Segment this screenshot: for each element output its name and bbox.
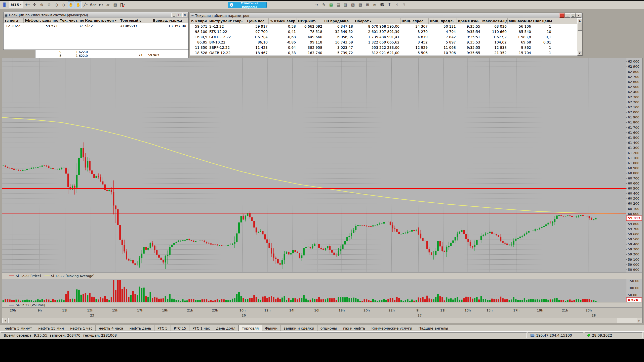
hand-tool-icon[interactable]: ✋ (68, 2, 74, 8)
price-chart[interactable]: 58 90059 00059 10059 20059 30059 40059 5… (2, 58, 642, 273)
tab-ртс-5[interactable]: РТС 5 (154, 325, 171, 331)
pencil-icon[interactable]: ✎ (320, 2, 327, 8)
quotes-table-icon[interactable]: ▤ (335, 2, 342, 8)
table-row[interactable]: 1 630,5GOLD-12.221 619,4-0,68449 6606 05… (190, 34, 582, 40)
download-button[interactable]: ↓ (559, 13, 565, 18)
scrollbar-thumb[interactable] (8, 318, 617, 323)
table-row[interactable]: 18 528GAZR-12.2218 467-0,33163 7405 739,… (190, 50, 582, 56)
column-header[interactable]: ГО продавца (323, 18, 354, 24)
minimize-button[interactable]: ▁ (565, 13, 570, 18)
column-header[interactable]: Общ. спрос (400, 18, 429, 24)
svg-text:61 700: 61 700 (628, 126, 639, 129)
tab-опционы[interactable]: опционы (317, 325, 340, 331)
column-header[interactable]: Шаг цены (532, 18, 552, 24)
column-header[interactable]: Оборот ▴ (354, 18, 400, 24)
column-header[interactable]: Откр.инт. (297, 18, 323, 24)
tab-ртс-15[interactable]: РТС 15 (171, 325, 189, 331)
pattern-tool-icon[interactable]: ▨ (112, 2, 118, 8)
tab-коммерческие-услуги[interactable]: Коммерческие услуги (368, 325, 415, 331)
tab-нефть-4-часа[interactable]: нефть 4 часа (96, 325, 126, 331)
column-header[interactable]: Торговый с (119, 18, 152, 23)
time-axis-label: 15h (486, 308, 493, 312)
answers-button[interactable]: i Ответы на вопросы (228, 2, 267, 8)
close-button[interactable]: ✕ (182, 13, 187, 17)
scroll-down-arrow[interactable]: ▼ (577, 51, 582, 56)
chart-window-icon[interactable]: ▥ (342, 2, 349, 8)
parameters-window: ≡ Текущая таблица параметров ↓ ▁ □ ✕ г. … (190, 13, 582, 56)
server-address: 195.47.204.4:15100 (536, 333, 572, 337)
zoom-out-icon[interactable]: ⊖ (46, 2, 52, 8)
tab-падшие-ангелы[interactable]: Падшие ангелы (415, 325, 451, 331)
table-row[interactable]: 59 571Si-12.2259 9170,586 662 0926 347,1… (190, 24, 582, 29)
column-header[interactable]: Эффект. цена по: (24, 18, 59, 23)
svg-text:60 800: 60 800 (628, 171, 639, 175)
parameters-titlebar[interactable]: ≡ Текущая таблица параметров ↓ ▁ □ ✕ (190, 13, 582, 18)
table-row[interactable]: .12.202259 57137SiZ24106VZO13 357,00 (4, 23, 188, 29)
point-down-icon[interactable]: ☟ (401, 2, 407, 8)
tab-газ-и-нефть[interactable]: газ и нефть (340, 325, 369, 331)
tab-нефть-5-минут[interactable]: нефть 5 минут (2, 325, 35, 331)
tab-ртс-1-час[interactable]: РТС 1 час (189, 325, 213, 331)
column-header[interactable]: Макс.возм.це (481, 18, 508, 24)
table-row[interactable]: 86,85BR-10.2286,10-0,8699 11816 743,591 … (190, 40, 582, 45)
forward-icon[interactable]: → (313, 2, 320, 8)
svg-text:59 200: 59 200 (628, 252, 639, 256)
diamond-tool-icon[interactable]: ◇ (60, 2, 67, 8)
eraser-tool-icon[interactable]: ▱ (105, 2, 111, 8)
text-tool-icon[interactable]: Aa▾ (90, 2, 97, 8)
magnet-tool-icon[interactable]: ∏▾ (119, 2, 126, 8)
chart-scrollbar[interactable]: ◄ ► (2, 318, 642, 323)
tab-нефть-15-мин[interactable]: нефть 15 мин (35, 325, 67, 331)
close-button[interactable]: ✕ (576, 13, 581, 18)
pan-cross-icon[interactable]: ✛ (31, 2, 38, 8)
parameters-vertical-scrollbar[interactable]: ▲ ▼ (577, 18, 582, 56)
zoom-in-icon[interactable]: ⊕ (38, 2, 45, 8)
column-header[interactable]: та пога (4, 18, 24, 23)
column-header[interactable]: Тек. чист. по: (59, 18, 84, 23)
tab-заявки-и-сделки[interactable]: заявки и сделки (281, 325, 317, 331)
tab-день-долл[interactable]: день долл (213, 325, 238, 331)
column-header[interactable]: Мин.возм.цен. (508, 18, 532, 24)
column-header[interactable]: Цена пос (246, 18, 269, 24)
drag-hand-icon[interactable]: ✋ (75, 2, 82, 8)
column-header[interactable]: Время изм. (457, 18, 481, 24)
plus-tool-icon[interactable]: +▾ (24, 2, 30, 8)
timeframe-select[interactable]: M15 ▾ (9, 2, 23, 8)
trades-table-icon[interactable]: ▨ (357, 2, 364, 8)
point-up-icon[interactable]: ☝ (393, 2, 400, 8)
text-label-icon[interactable]: T (386, 2, 393, 8)
tab-нефть-1-час[interactable]: нефть 1 час (67, 325, 96, 331)
minimize-button[interactable]: ▁ (171, 13, 176, 17)
arrow-tool-icon[interactable]: ➤▾ (97, 2, 104, 8)
ellipse-tool-icon[interactable]: ○ (53, 2, 60, 8)
scrollbar-thumb[interactable] (578, 23, 582, 31)
scroll-up-arrow[interactable]: ▲ (577, 18, 582, 23)
line-tool-icon[interactable]: ╱▾ (82, 2, 89, 8)
column-header[interactable]: Код инструмен ▾ (84, 18, 119, 23)
maximize-button[interactable]: □ (177, 13, 182, 17)
column-header[interactable]: Общ. предл. (429, 18, 457, 24)
chart-type-icon[interactable]: ▊ (2, 2, 8, 8)
svg-text:59 500: 59 500 (628, 237, 639, 241)
table-cell: 4106VZO (119, 23, 152, 29)
phone-icon[interactable]: ☎ (379, 2, 385, 8)
new-table-icon[interactable]: ▦ (328, 2, 334, 8)
column-header[interactable]: Инструмент сокр. (208, 18, 246, 24)
tab-торговля[interactable]: торговля (238, 325, 262, 331)
orders-table-icon[interactable]: ▧ (350, 2, 356, 8)
envelope-icon[interactable]: ✉ (372, 2, 378, 8)
table-cell: 553 222 233,00 (354, 45, 400, 50)
scroll-right-arrow[interactable]: ► (637, 318, 642, 323)
portfolio-table-icon[interactable]: ⊞ (364, 2, 371, 8)
maximize-button[interactable]: □ (571, 13, 576, 18)
column-header[interactable]: Вариац. маржа (152, 18, 187, 23)
volume-chart[interactable]: 150 00100 0050 008 676 (2, 279, 642, 302)
column-header[interactable]: % измен.закр. (269, 18, 297, 24)
positions-titlebar[interactable]: ▣ Позиции по клиентским счетам (фьючерсы… (4, 12, 188, 18)
tab-нефть-день[interactable]: нефть день (126, 325, 154, 331)
column-header[interactable]: г. клири (190, 18, 208, 24)
scroll-left-arrow[interactable]: ◄ (2, 318, 8, 323)
table-row[interactable]: 98 100RTS-12.2297 700-0,4178 51832 549,5… (190, 29, 582, 34)
tab-фьючи[interactable]: Фьючи (262, 325, 281, 331)
table-row[interactable]: 11 350SBRF-12.2211 4230,64382 9583 023,4… (190, 45, 582, 50)
